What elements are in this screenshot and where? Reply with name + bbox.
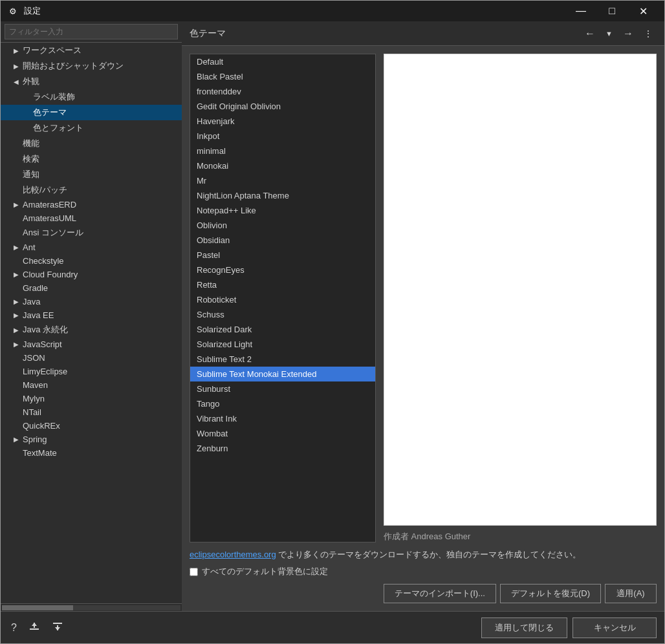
theme-item-gedit[interactable]: Gedit Original Oblivion [190, 99, 375, 114]
sidebar-item-mylyn[interactable]: Mylyn [1, 392, 182, 405]
sidebar-item-textmate[interactable]: TextMate [1, 446, 182, 460]
theme-item-roboticket[interactable]: Roboticket [190, 292, 375, 307]
theme-item-tango[interactable]: Tango [190, 396, 375, 411]
sidebar-item-notify[interactable]: 通知 [1, 167, 182, 182]
sidebar-item-appearance[interactable]: ◀ 外観 [1, 74, 182, 89]
theme-item-retta[interactable]: Retta [190, 277, 375, 292]
arrow-icon: ◀ [14, 78, 23, 85]
theme-item-obsidian[interactable]: Obsidian [190, 233, 375, 248]
theme-item-sublime-text-2[interactable]: Sublime Text 2 [190, 352, 375, 367]
checkbox-label: すべてのデフォルト背景色に設定 [202, 566, 328, 577]
theme-preview-box [384, 54, 657, 526]
maximize-button[interactable]: □ [597, 1, 627, 21]
sidebar-item-quickrex[interactable]: QuickREx [1, 419, 182, 433]
theme-item-zenburn[interactable]: Zenburn [190, 441, 375, 456]
sidebar-item-checkstyle[interactable]: Checkstyle [1, 254, 182, 268]
sidebar-item-java[interactable]: ▶ Java [1, 295, 182, 308]
sidebar-item-label: QuickREx [23, 421, 60, 431]
minimize-button[interactable]: — [566, 1, 596, 21]
sidebar-item-color-font[interactable]: 色とフォント [1, 120, 182, 136]
close-button[interactable]: ✕ [628, 1, 658, 21]
sidebar-item-spring[interactable]: ▶ Spring [1, 433, 182, 446]
theme-item-solarized-dark[interactable]: Solarized Dark [190, 322, 375, 337]
theme-item-mr[interactable]: Mr [190, 173, 375, 188]
apply-button[interactable]: 適用(A) [605, 584, 657, 603]
theme-item-inkpot[interactable]: Inkpot [190, 129, 375, 144]
sidebar-item-label: AmaterasUML [23, 213, 76, 223]
default-bg-checkbox[interactable] [190, 568, 198, 576]
export1-icon [28, 621, 40, 632]
theme-item-recogneyes[interactable]: RecognEyes [190, 263, 375, 277]
sidebar-item-maven[interactable]: Maven [1, 378, 182, 392]
sidebar-item-label: ラベル装飾 [33, 91, 75, 103]
sidebar-item-function[interactable]: 機能 [1, 136, 182, 151]
nav-dropdown-button[interactable]: ▼ [602, 28, 616, 39]
scroll-track [2, 605, 180, 610]
import-theme-button[interactable]: テーマのインポート(I)... [384, 584, 496, 603]
sidebar-item-json[interactable]: JSON [1, 351, 182, 365]
svg-rect-0 [30, 628, 39, 630]
sidebar-item-ntail[interactable]: NTail [1, 405, 182, 419]
sidebar-item-label-decoration[interactable]: ラベル装飾 [1, 89, 182, 105]
nav-forward-button[interactable]: → [619, 27, 637, 41]
apply-close-button[interactable]: 適用して閉じる [481, 617, 567, 638]
sidebar-item-label: 通知 [23, 169, 39, 180]
arrow-icon: ▶ [14, 312, 23, 319]
theme-item-sublime-text-monokai[interactable]: Sublime Text Monokai Extended [190, 367, 375, 381]
sidebar-item-label: TextMate [23, 448, 57, 458]
theme-item-default[interactable]: Default [190, 54, 375, 69]
theme-item-schuss[interactable]: Schuss [190, 307, 375, 322]
theme-item-oblivion[interactable]: Oblivion [190, 218, 375, 233]
theme-item-notepadpp[interactable]: Notepad++ Like [190, 203, 375, 218]
sidebar-item-compare[interactable]: 比較/パッチ [1, 182, 182, 198]
arrow-icon: ▶ [14, 341, 23, 348]
sidebar-item-label: Spring [23, 435, 47, 444]
checkbox-row: すべてのデフォルト背景色に設定 [190, 566, 657, 577]
sidebar-item-label: NTail [23, 407, 41, 417]
filter-input[interactable] [5, 24, 178, 39]
export2-button[interactable] [49, 618, 66, 638]
scroll-thumb [2, 605, 73, 610]
cancel-button[interactable]: キャンセル [572, 617, 657, 638]
nav-back-button[interactable]: ← [581, 27, 599, 41]
theme-item-wombat[interactable]: Wombat [190, 426, 375, 441]
sidebar-item-gradle[interactable]: Gradle [1, 281, 182, 295]
theme-item-vibrant-ink[interactable]: Vibrant Ink [190, 411, 375, 426]
svg-marker-2 [32, 623, 37, 626]
sidebar-item-java-persist[interactable]: ▶ Java 永続化 [1, 322, 182, 338]
export1-button[interactable] [26, 618, 43, 638]
sidebar-item-amateraserd[interactable]: ▶ AmaterasERD [1, 198, 182, 211]
download-link[interactable]: eclipsecolorthemes.org [190, 550, 276, 559]
sidebar-item-ansi[interactable]: Ansi コンソール [1, 225, 182, 241]
theme-item-black-pastel[interactable]: Black Pastel [190, 69, 375, 84]
theme-item-pastel[interactable]: Pastel [190, 248, 375, 263]
sidebar-item-startup[interactable]: ▶ 開始およびシャットダウン [1, 58, 182, 74]
theme-item-frontenddev[interactable]: frontenddev [190, 84, 375, 99]
arrow-icon: ▶ [14, 244, 23, 251]
sidebar-item-javascript[interactable]: ▶ JavaScript [1, 338, 182, 351]
theme-item-minimal[interactable]: minimal [190, 144, 375, 158]
theme-item-nightlion[interactable]: NightLion Aptana Theme [190, 188, 375, 203]
panel-body: Default Black Pastel frontenddev Gedit O… [182, 46, 664, 611]
help-button[interactable]: ? [8, 619, 19, 636]
theme-item-monokai[interactable]: Monokai [190, 158, 375, 173]
theme-item-solarized-light[interactable]: Solarized Light [190, 337, 375, 352]
sidebar-item-limyeclipse[interactable]: LimyEclipse [1, 365, 182, 378]
footer-left: ? [8, 618, 481, 638]
svg-rect-3 [53, 623, 62, 624]
sidebar-item-color-theme[interactable]: 色テーマ [1, 105, 182, 120]
sidebar-item-label: Maven [23, 380, 48, 390]
sidebar-item-search[interactable]: 検索 [1, 151, 182, 167]
sidebar-item-ant[interactable]: ▶ Ant [1, 241, 182, 254]
restore-default-button[interactable]: デフォルトを復元(D) [500, 584, 601, 603]
sidebar-item-amaterasuml[interactable]: AmaterasUML [1, 211, 182, 225]
sidebar-horizontal-scrollbar[interactable] [1, 603, 182, 611]
sidebar-item-java-ee[interactable]: ▶ Java EE [1, 308, 182, 322]
nav-more-button[interactable]: ⋮ [640, 27, 657, 40]
theme-item-sunburst[interactable]: Sunburst [190, 381, 375, 396]
download-link-suffix: でより多くのテーマをダウンロードするか、独自のテーマを作成してください。 [276, 550, 582, 559]
svg-marker-5 [55, 627, 60, 630]
sidebar-item-workspace[interactable]: ▶ ワークスペース [1, 43, 182, 58]
sidebar-item-cloud-foundry[interactable]: ▶ Cloud Foundry [1, 268, 182, 281]
theme-item-havenjark[interactable]: Havenjark [190, 114, 375, 129]
